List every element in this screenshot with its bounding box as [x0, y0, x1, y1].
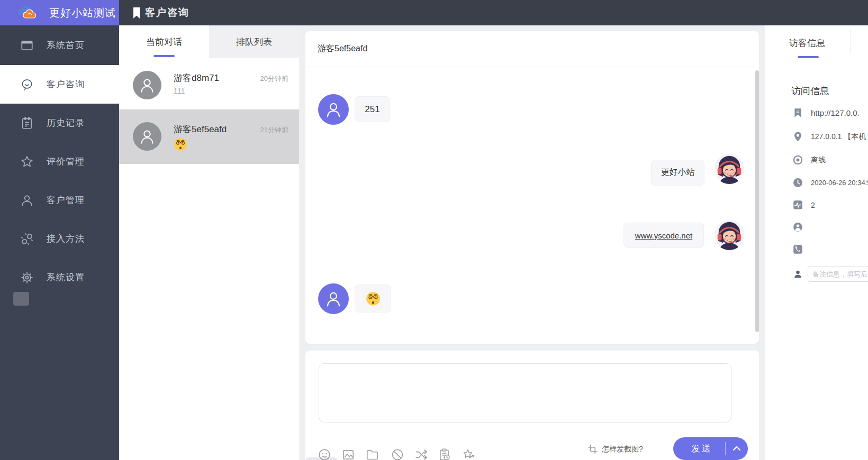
status-icon [792, 154, 803, 165]
visit-info-row-status: 离线 [792, 154, 826, 165]
dizzy-face-emoji [366, 291, 381, 306]
active-tab-underline [153, 55, 175, 57]
visitor-avatar [133, 71, 161, 99]
active-tab-underline [798, 56, 819, 58]
block-icon[interactable] [391, 448, 404, 460]
sidebar-item-label: 系统设置 [47, 271, 85, 283]
sidebar-item-label: 客户管理 [47, 194, 85, 206]
sidebar-item-label: 接入方法 [47, 233, 85, 245]
send-button-divider [725, 442, 726, 455]
visitor-name: 游客d8m71 [174, 72, 219, 84]
user-icon [20, 194, 34, 207]
message-bubble: www.yscode.net [623, 223, 704, 248]
visitor-avatar [133, 122, 161, 151]
chat-scrollbar[interactable] [755, 70, 759, 332]
visitor-message-avatar [318, 283, 349, 314]
agent-avatar [714, 219, 745, 250]
link-icon [20, 232, 34, 246]
tab-current-conversations[interactable]: 当前对话 [119, 25, 209, 58]
home-window-icon [20, 39, 34, 52]
sidebar-item-ratings[interactable]: 评价管理 [0, 142, 119, 181]
visits-icon [792, 199, 803, 210]
tab-label: 当前对话 [146, 36, 182, 48]
sidebar-collapse-handle[interactable] [13, 292, 29, 306]
sidebar-item-customers[interactable]: 客户管理 [0, 181, 119, 219]
sidebar-item-label: 系统首页 [47, 39, 85, 51]
send-button[interactable]: 发送 [673, 437, 748, 460]
chat-bubble-icon [20, 78, 34, 91]
visitor-info-panel: 访客信息 访问信息 http://127.0.0. 127.0.0.1 【本机 … [765, 25, 868, 460]
visit-info-row-url: http://127.0.0. [792, 107, 860, 118]
conversation-preview: 111 [174, 87, 185, 95]
star-icon [20, 155, 34, 169]
agent-avatar [714, 153, 745, 184]
image-icon[interactable] [341, 448, 355, 460]
visit-count-value: 2 [811, 201, 815, 209]
sidebar-item-integration[interactable]: 接入方法 [0, 219, 119, 258]
visit-info-row-user [792, 222, 811, 233]
chat-header: 游客5ef5eafd [305, 31, 759, 67]
remark-input[interactable] [808, 266, 868, 282]
history-clipboard-icon [20, 116, 34, 130]
visit-status-value: 离线 [811, 155, 826, 165]
app-logo-text: 更好小站测试 [49, 6, 116, 20]
message-text: 251 [365, 104, 379, 115]
message-bubble [355, 284, 391, 312]
visit-info-section-title: 访问信息 [791, 85, 829, 97]
visit-info-row-phone [792, 244, 811, 255]
top-bar: 更好小站测试 客户咨询 [0, 0, 868, 25]
visit-time-value: 2020-06-26 20:34:5 [811, 179, 868, 187]
conversation-list-panel: 当前对话 排队列表 游客d8m71 20分钟前 111 游客5ef5eafd 2… [119, 25, 299, 460]
chat-message-area: 游客5ef5eafd 251 更好小站 [305, 31, 759, 344]
chat-history-icon[interactable] [438, 448, 451, 460]
user-circle-icon [792, 222, 803, 233]
remark-row [793, 266, 868, 282]
phone-icon [792, 244, 803, 255]
visit-info-row-time: 2020-06-26 20:34:5 [792, 177, 868, 188]
conversation-item[interactable]: 游客d8m71 20分钟前 111 [119, 58, 299, 109]
visit-info-row-ip: 127.0.0.1 【本机 [792, 131, 866, 142]
visitor-message-avatar [318, 94, 349, 125]
tab-label: 排队列表 [236, 36, 272, 48]
tab-visitor-info[interactable]: 访客信息 [789, 37, 825, 49]
tab-divider [850, 30, 851, 54]
sidebar-item-settings[interactable]: 系统设置 [0, 258, 119, 297]
location-icon [792, 131, 803, 142]
message-bubble: 251 [355, 96, 390, 122]
page-title: 客户咨询 [145, 6, 189, 20]
sidebar-item-label: 评价管理 [47, 155, 85, 168]
cloud-logo-icon [16, 4, 38, 21]
visit-url-value: http://127.0.0. [811, 108, 860, 117]
message-bubble: 更好小站 [651, 160, 704, 186]
conversation-item-selected[interactable]: 游客5ef5eafd 21分钟前 [119, 109, 299, 164]
composer-card: 怎样发截图? 发送 [305, 351, 759, 460]
logo-block: 更好小站测试 [0, 0, 119, 25]
remark-user-icon [793, 269, 803, 279]
folder-icon[interactable] [365, 448, 379, 460]
sidebar-item-history[interactable]: 历史记录 [0, 104, 119, 142]
sidebar-item-home[interactable]: 系统首页 [0, 25, 119, 65]
tab-queue-list[interactable]: 排队列表 [209, 25, 299, 58]
sidebar-item-label: 历史记录 [47, 117, 85, 129]
transfer-icon[interactable] [414, 448, 428, 460]
dizzy-face-emoji [174, 137, 187, 153]
visit-info-row-visits: 2 [792, 199, 815, 210]
conversation-time: 21分钟前 [260, 125, 288, 135]
rate-icon[interactable] [462, 448, 475, 460]
message-text: 更好小站 [661, 167, 695, 178]
visit-ip-value: 127.0.0.1 【本机 [811, 132, 866, 142]
visitor-name: 游客5ef5eafd [174, 123, 227, 135]
screenshot-hint[interactable]: 怎样发截图? [587, 444, 643, 455]
conversation-time: 20分钟前 [260, 74, 288, 84]
chevron-up-icon[interactable] [731, 445, 742, 452]
crop-icon [587, 444, 598, 455]
chat-header-title: 游客5ef5eafd [318, 43, 367, 54]
message-input[interactable] [319, 363, 731, 422]
send-button-label: 发送 [691, 443, 712, 455]
sidebar-item-consult[interactable]: 客户咨询 [0, 65, 119, 104]
message-link[interactable]: www.yscode.net [635, 231, 692, 240]
clock-icon [792, 177, 803, 188]
emoji-icon[interactable] [318, 448, 331, 460]
gear-icon [20, 271, 34, 284]
screenshot-hint-text: 怎样发截图? [602, 445, 643, 454]
